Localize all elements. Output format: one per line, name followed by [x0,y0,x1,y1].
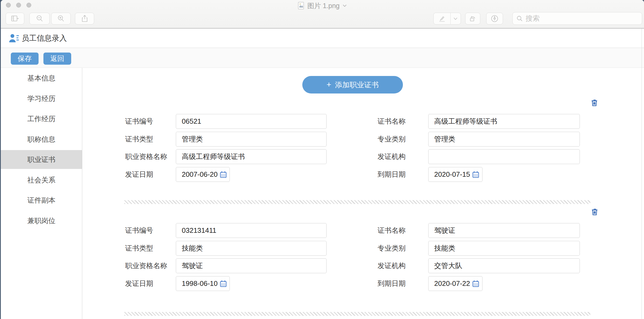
zoom-in-button[interactable] [51,13,71,25]
field-label: 发证日期 [125,276,153,291]
delete-certificate-2-button[interactable] [590,207,600,217]
search-input[interactable]: 搜索 [512,12,642,25]
certificate-block-1: 证书编号 06521 证书名称 高级工程师等级证书 证书类型 管理类 专业类别 … [82,114,644,182]
form-row: 证书编号 06521 证书名称 高级工程师等级证书 [82,114,644,129]
issuing-authority-input[interactable] [428,149,580,164]
sidebar-item-education[interactable]: 学习经历 [1,89,82,108]
search-icon [516,15,523,22]
certificate-number-input[interactable]: 06521 [176,114,327,129]
field-label: 到期日期 [378,167,406,182]
markup-dropdown-button[interactable] [451,17,461,20]
section-divider [124,200,590,204]
chevron-down-icon [453,17,458,20]
sidebar-item-part-time[interactable]: 兼职岗位 [1,211,82,230]
form-row: 证书类型 管理类 专业类别 管理类 [82,132,644,147]
pen-circle-icon [491,15,499,23]
field-label: 专业类别 [378,132,406,147]
field-label: 到期日期 [378,276,406,291]
issue-date-input[interactable]: 2007-06-20 [176,167,230,182]
field-label: 证书编号 [125,223,153,238]
section-sidebar: 基本信息 学习经历 工作经历 职称信息 职业证书 社会关系 证件副本 兼职岗位 [1,68,82,319]
sidebar-item-work-history[interactable]: 工作经历 [1,109,82,128]
preview-window: 图片 1.png [1,0,644,319]
certificate-number-input[interactable]: 032131411 [176,223,327,238]
certificate-type-input[interactable]: 技能类 [176,241,327,256]
field-label: 专业类别 [378,241,406,256]
sidebar-item-social[interactable]: 社会关系 [1,171,82,189]
field-label: 证书编号 [125,114,153,129]
sidebar-item-title-info[interactable]: 职称信息 [1,130,82,149]
expiry-date-input[interactable]: 2020-07-15 [428,167,482,182]
save-button[interactable]: 保存 [11,53,39,65]
calendar-icon[interactable] [219,171,227,179]
qualification-name-input[interactable]: 高级工程师等级证书 [176,149,327,164]
qualification-name-input[interactable]: 驾驶证 [176,258,327,273]
highlighter-icon [438,15,446,22]
field-label: 证书类型 [125,132,153,147]
form-row: 职业资格名称 驾驶证 发证机构 交管大队 [82,258,644,273]
share-button[interactable] [75,13,94,25]
zoom-out-button[interactable] [29,13,50,25]
window-title: 图片 1.png [1,2,644,10]
form-row: 证书类型 技能类 专业类别 技能类 [82,241,644,256]
show-markup-toolbar-button[interactable] [486,13,503,25]
section-divider [124,312,590,316]
delete-certificate-1-button[interactable] [590,98,599,108]
sidebar-item-id-copies[interactable]: 证件副本 [1,191,82,210]
issuing-authority-input[interactable]: 交管大队 [428,258,580,273]
add-certificate-button[interactable]: +添加职业证书 [302,76,403,93]
plus-icon: + [327,80,331,89]
form-row: 发证日期 2007-06-20 到期日期 2020-07 [82,167,644,182]
calendar-icon[interactable] [472,280,480,288]
sidebar-item-basic-info[interactable]: 基本信息 [1,69,82,88]
rotate-left-icon [469,15,477,22]
sidebar-toggle-button[interactable] [6,13,24,25]
certificate-name-input[interactable]: 驾驶证 [428,223,580,238]
highlighter-button[interactable] [434,15,450,22]
action-band: 保存 返回 [1,48,644,68]
form-row: 证书编号 032131411 证书名称 驾驶证 [82,223,644,238]
employee-icon [9,34,21,43]
back-button[interactable]: 返回 [43,53,71,65]
page-title: 员工信息录入 [22,29,67,48]
field-label: 职业资格名称 [125,258,167,273]
major-category-input[interactable]: 管理类 [428,132,580,147]
window-title-text: 图片 1.png [307,1,340,10]
search-placeholder: 搜索 [526,14,540,23]
content-right-edge [642,29,642,319]
field-label: 职业资格名称 [125,149,167,164]
form-row: 发证日期 1998-06-10 到期日期 2020-07 [82,276,644,291]
title-chevron-down-icon[interactable] [342,4,347,7]
field-label: 发证机构 [378,149,406,164]
image-file-icon [298,2,305,10]
field-label: 证书名称 [378,114,406,129]
markup-tool-split-button[interactable] [433,13,461,25]
certificate-name-input[interactable]: 高级工程师等级证书 [428,114,580,129]
zoom-in-icon [57,15,64,22]
titlebar-toolbar: 图片 1.png [1,0,644,29]
major-category-input[interactable]: 技能类 [428,241,580,256]
expiry-date-input[interactable]: 2020-07-22 [428,276,482,291]
form-row: 职业资格名称 高级工程师等级证书 发证机构 [82,149,644,164]
issue-date-input[interactable]: 1998-06-10 [176,276,230,291]
certificate-block-2: 证书编号 032131411 证书名称 驾驶证 证书类型 技能类 专业类别 技能… [82,223,644,291]
field-label: 证书类型 [125,241,153,256]
sidebar-toggle-icon [11,15,19,22]
certificates-panel: +添加职业证书 证书编号 06521 证书名称 高级工程师等级证书 证书类型 [82,68,644,319]
add-certificate-label: 添加职业证书 [335,81,379,89]
calendar-icon[interactable] [219,280,227,288]
form-header: 员工信息录入 [1,29,644,48]
sidebar-item-certificates[interactable]: 职业证书 [1,150,82,169]
field-label: 发证日期 [125,167,153,182]
trash-icon [590,207,599,216]
field-label: 发证机构 [378,258,406,273]
zoom-out-icon [36,15,43,22]
share-icon [81,15,88,22]
calendar-icon[interactable] [472,171,480,179]
field-label: 证书名称 [378,223,406,238]
certificate-type-input[interactable]: 管理类 [176,132,327,147]
rotate-left-button[interactable] [465,13,480,25]
trash-icon [590,98,599,107]
